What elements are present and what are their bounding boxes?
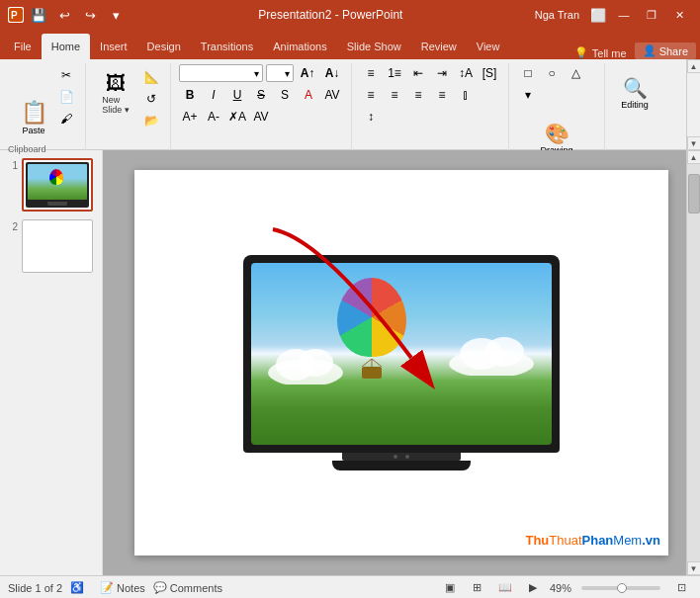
shape-2[interactable]: ○ [541, 63, 563, 83]
shape-more[interactable]: ▾ [517, 85, 539, 105]
clear-format-btn[interactable]: ✗A [226, 107, 248, 127]
columns-btn[interactable]: ⫿ [455, 85, 477, 105]
ribbon-scroll-down[interactable]: ▼ [687, 136, 701, 150]
font-size-chevron: ▾ [285, 68, 290, 79]
slide-1-preview [24, 160, 91, 210]
section-btn[interactable]: 📂 [140, 111, 162, 130]
cut-button[interactable]: ✂ [55, 65, 77, 85]
font-size-decrease2[interactable]: A- [203, 107, 224, 127]
reset-btn[interactable]: ↺ [140, 89, 162, 109]
scroll-thumb[interactable] [688, 174, 700, 214]
balloon-basket [362, 367, 382, 379]
tab-review[interactable]: Review [411, 34, 467, 59]
powerpoint-icon: P [8, 7, 24, 23]
line-spacing-btn[interactable]: ↕ [360, 107, 382, 127]
copy-button[interactable]: 📄 [55, 87, 77, 107]
tab-design[interactable]: Design [137, 34, 191, 59]
shape-1[interactable]: □ [517, 63, 539, 83]
customize-quick-btn[interactable]: ▾ [105, 4, 127, 26]
tv-dot-2 [405, 455, 409, 459]
bold-button[interactable]: B [179, 85, 201, 105]
tab-file[interactable]: File [4, 34, 42, 59]
redo-quick-btn[interactable]: ↪ [79, 4, 101, 26]
tv-dot-1 [394, 455, 397, 459]
format-painter-button[interactable]: 🖌 [55, 109, 77, 128]
tab-transitions[interactable]: Transitions [191, 34, 263, 59]
slide-2-thumb[interactable] [22, 219, 93, 273]
font-name-chevron: ▾ [254, 68, 259, 79]
tab-insert[interactable]: Insert [90, 34, 137, 59]
undo-quick-btn[interactable]: ↩ [53, 4, 75, 26]
close-button[interactable]: ✕ [666, 2, 692, 28]
scroll-up-btn[interactable]: ▲ [687, 150, 701, 164]
main-area: 1 2 [0, 150, 700, 575]
bullets-btn[interactable]: ≡ [360, 63, 382, 83]
font-name-dropdown[interactable]: ▾ [179, 64, 263, 82]
scroll-track[interactable] [687, 164, 701, 561]
shape-3[interactable]: △ [565, 63, 586, 83]
ribbon-scroll-up[interactable]: ▲ [687, 59, 701, 73]
tell-me-box[interactable]: 💡 Tell me [567, 46, 635, 59]
text-direction-btn[interactable]: ↕A [455, 63, 477, 83]
tv-stand-top [342, 453, 461, 461]
window-controls: Nga Tran ⬜ — ❐ ✕ [535, 2, 692, 28]
minimize-button[interactable]: — [611, 2, 637, 28]
increase-indent-btn[interactable]: ⇥ [431, 63, 453, 83]
notes-button[interactable]: 📝 Notes [100, 581, 145, 594]
numbering-btn[interactable]: 1≡ [384, 63, 405, 83]
reading-view-btn[interactable]: 📖 [494, 579, 516, 597]
title-bar-left: P 💾 ↩ ↪ ▾ [8, 4, 127, 26]
strikethrough-button[interactable]: S [250, 85, 272, 105]
ribbon-display-btn[interactable]: ⬜ [587, 4, 609, 26]
tab-home[interactable]: Home [42, 34, 90, 59]
normal-view-btn[interactable]: ▣ [439, 579, 461, 597]
thumb-tv [26, 162, 89, 208]
font-color-btn[interactable]: A [298, 85, 319, 105]
slideshow-btn[interactable]: ▶ [522, 579, 544, 597]
restore-button[interactable]: ❐ [639, 2, 664, 28]
window-title: Presentation2 - PowerPoint [127, 8, 535, 22]
thumb-balloon [49, 169, 63, 185]
zoom-slider[interactable] [581, 586, 660, 590]
status-left: Slide 1 of 2 ♿ [8, 581, 84, 594]
scroll-down-btn[interactable]: ▼ [687, 561, 701, 575]
align-center-btn[interactable]: ≡ [384, 85, 405, 105]
slide-panel: 1 2 [0, 150, 103, 575]
comments-icon: 💬 [153, 581, 167, 594]
shadow-button[interactable]: S [274, 85, 296, 105]
canvas-area[interactable]: ThuThuatPhanMem.vn ▲ ▼ [103, 150, 700, 575]
char-spacing-btn[interactable]: AV [250, 107, 272, 127]
slide-1-thumb[interactable] [22, 158, 93, 212]
font-size-increase2[interactable]: A+ [179, 107, 201, 127]
font-shrink-btn[interactable]: A↓ [321, 63, 343, 83]
convert-to-smartart-btn[interactable]: [S] [479, 63, 500, 83]
decrease-indent-btn[interactable]: ⇤ [407, 63, 429, 83]
share-button[interactable]: 👤 Share [635, 43, 696, 59]
underline-button[interactable]: U [226, 85, 248, 105]
font-size-dropdown[interactable]: ▾ [266, 64, 294, 82]
slide-layout-btn[interactable]: 📐 [140, 67, 162, 87]
fit-slide-btn[interactable]: ⊡ [670, 579, 692, 597]
slide-1-row: 1 [4, 158, 98, 212]
new-slide-button[interactable]: 🖼 NewSlide ▾ [94, 63, 137, 123]
notes-label: Notes [117, 582, 145, 594]
font-spacing-btn[interactable]: AV [321, 85, 343, 105]
align-left-btn[interactable]: ≡ [360, 85, 382, 105]
save-quick-btn[interactable]: 💾 [28, 4, 49, 26]
comments-button[interactable]: 💬 Comments [153, 581, 222, 594]
tab-animations[interactable]: Animations [263, 34, 336, 59]
slide-sorter-btn[interactable]: ⊞ [467, 579, 488, 597]
justify-btn[interactable]: ≡ [431, 85, 453, 105]
tv-stand-base [332, 461, 471, 470]
italic-button[interactable]: I [203, 85, 224, 105]
align-right-btn[interactable]: ≡ [407, 85, 429, 105]
font-grow-btn[interactable]: A↑ [297, 63, 318, 83]
zoom-thumb[interactable] [617, 583, 627, 593]
tab-slideshow[interactable]: Slide Show [337, 34, 411, 59]
editing-button[interactable]: 🔍 Editing [613, 63, 656, 123]
tab-view[interactable]: View [467, 34, 510, 59]
ribbon-tabs: File Home Insert Design Transitions Anim… [0, 30, 700, 59]
thumb-stand [47, 202, 67, 206]
tv-body [243, 255, 560, 453]
watermark-thuat: Thuat [549, 533, 581, 548]
